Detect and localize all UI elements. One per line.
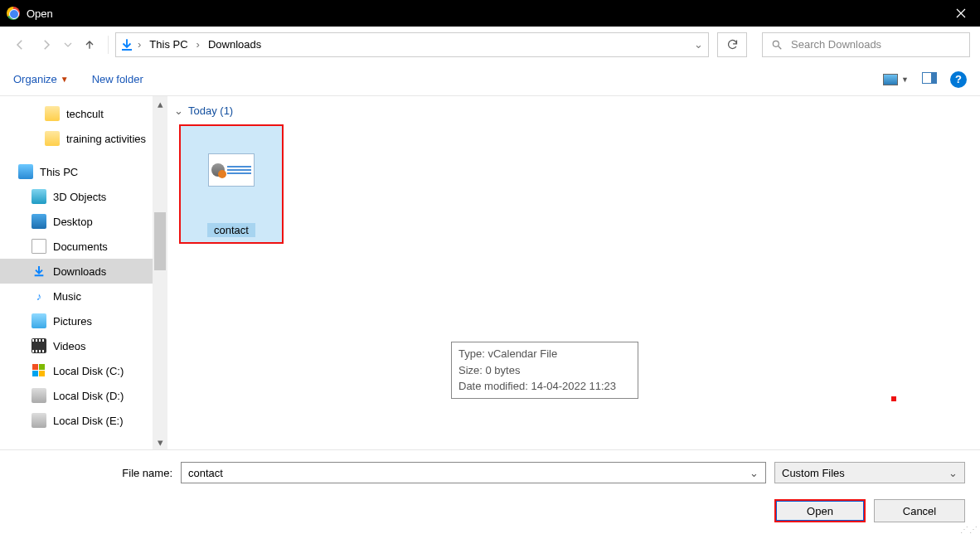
chevron-down-icon[interactable]: ⌄ bbox=[692, 38, 705, 51]
svg-point-0 bbox=[773, 41, 779, 46]
toolbar: Organize ▼ New folder ▼ ? bbox=[0, 63, 980, 96]
pane-icon bbox=[922, 72, 937, 84]
chevron-right-icon[interactable]: › bbox=[195, 38, 201, 51]
chevron-down-icon[interactable]: ⌄ bbox=[750, 467, 759, 479]
download-icon bbox=[32, 264, 46, 279]
chevron-down-icon: ▼ bbox=[901, 75, 909, 84]
view-mode-button[interactable]: ▼ bbox=[883, 74, 909, 85]
tree-item-training[interactable]: training activities bbox=[0, 126, 153, 151]
folder-icon bbox=[45, 131, 60, 146]
help-button[interactable]: ? bbox=[950, 71, 967, 88]
new-folder-button[interactable]: New folder bbox=[92, 73, 143, 85]
tree-item-disk-e[interactable]: Local Disk (E:) bbox=[0, 408, 153, 433]
tree-item-videos[interactable]: Videos bbox=[0, 333, 153, 358]
group-header-today[interactable]: ⌄ Today (1) bbox=[174, 104, 973, 117]
chevron-down-icon: ⌄ bbox=[174, 104, 183, 117]
cancel-button[interactable]: Cancel bbox=[874, 499, 965, 522]
download-arrow-icon bbox=[119, 37, 134, 52]
pictures-icon bbox=[32, 313, 46, 328]
red-marker bbox=[891, 396, 896, 401]
tree-item-disk-c[interactable]: Local Disk (C:) bbox=[0, 358, 153, 383]
videos-icon bbox=[32, 338, 46, 353]
tree-item-techcult[interactable]: techcult bbox=[0, 101, 153, 126]
chevron-down-icon: ▼ bbox=[61, 75, 69, 84]
breadcrumb-downloads[interactable]: Downloads bbox=[203, 38, 266, 51]
disk-icon bbox=[32, 413, 46, 428]
search-placeholder: Search Downloads bbox=[791, 38, 961, 51]
tree-item-this-pc[interactable]: This PC bbox=[0, 159, 153, 184]
body: techcult training activities This PC 3D … bbox=[0, 96, 980, 449]
chevron-down-icon: ⌄ bbox=[948, 467, 958, 479]
music-icon: ♪ bbox=[32, 289, 46, 303]
picture-icon bbox=[883, 74, 898, 85]
scroll-down-icon[interactable]: ▾ bbox=[153, 434, 167, 449]
title-bar: Open bbox=[0, 0, 980, 27]
tree-item-downloads[interactable]: Downloads bbox=[0, 259, 153, 284]
organize-button[interactable]: Organize ▼ bbox=[13, 73, 69, 85]
pc-icon bbox=[18, 164, 33, 179]
open-button[interactable]: Open bbox=[774, 499, 866, 522]
tree-item-documents[interactable]: Documents bbox=[0, 234, 153, 259]
close-button[interactable] bbox=[942, 0, 980, 27]
preview-pane-button[interactable] bbox=[922, 72, 937, 86]
tree-item-desktop[interactable]: Desktop bbox=[0, 209, 153, 234]
scroll-up-icon[interactable]: ▴ bbox=[153, 96, 167, 111]
tree-item-music[interactable]: ♪ Music bbox=[0, 284, 153, 308]
file-item-contact[interactable]: contact bbox=[179, 124, 284, 244]
folder-icon bbox=[45, 106, 60, 121]
scroll-thumb[interactable] bbox=[154, 212, 166, 270]
documents-icon bbox=[32, 239, 46, 254]
refresh-button[interactable] bbox=[717, 32, 747, 57]
breadcrumb-this-pc[interactable]: This PC bbox=[144, 38, 192, 51]
tree-item-disk-d[interactable]: Local Disk (D:) bbox=[0, 383, 153, 408]
footer: File name: contact ⌄ Custom Files ⌄ Open… bbox=[0, 449, 980, 534]
disk-icon bbox=[32, 388, 46, 403]
filename-input[interactable]: contact ⌄ bbox=[181, 462, 766, 483]
window-title: Open bbox=[27, 7, 942, 20]
nav-row: › This PC › Downloads ⌄ Search Downloads bbox=[0, 27, 980, 63]
nav-tree[interactable]: techcult training activities This PC 3D … bbox=[0, 96, 153, 449]
up-button[interactable] bbox=[78, 33, 101, 56]
contact-file-icon bbox=[208, 153, 255, 187]
search-icon bbox=[771, 39, 783, 51]
tree-item-3d[interactable]: 3D Objects bbox=[0, 184, 153, 209]
separator bbox=[108, 36, 109, 54]
chevron-right-icon[interactable]: › bbox=[136, 38, 143, 51]
3d-objects-icon bbox=[32, 189, 46, 204]
tree-scrollbar[interactable]: ▴ ▾ bbox=[153, 96, 167, 449]
desktop-icon bbox=[32, 214, 46, 229]
back-button[interactable] bbox=[8, 33, 32, 56]
file-name-label: contact bbox=[207, 223, 255, 237]
file-tooltip: Type: vCalendar File Size: 0 bytes Date … bbox=[451, 342, 638, 399]
recent-dropdown[interactable] bbox=[61, 33, 75, 56]
file-type-filter[interactable]: Custom Files ⌄ bbox=[774, 462, 965, 483]
chrome-icon bbox=[7, 7, 20, 20]
tree-item-pictures[interactable]: Pictures bbox=[0, 308, 153, 333]
filename-label: File name: bbox=[15, 467, 172, 479]
address-bar[interactable]: › This PC › Downloads ⌄ bbox=[115, 32, 709, 57]
forward-button[interactable] bbox=[35, 33, 58, 56]
file-list[interactable]: ⌄ Today (1) contact Type: vCalendar File… bbox=[167, 96, 980, 449]
resize-grip[interactable]: ⋰⋰ bbox=[960, 527, 978, 532]
search-box[interactable]: Search Downloads bbox=[762, 32, 970, 57]
windows-disk-icon bbox=[32, 363, 46, 378]
